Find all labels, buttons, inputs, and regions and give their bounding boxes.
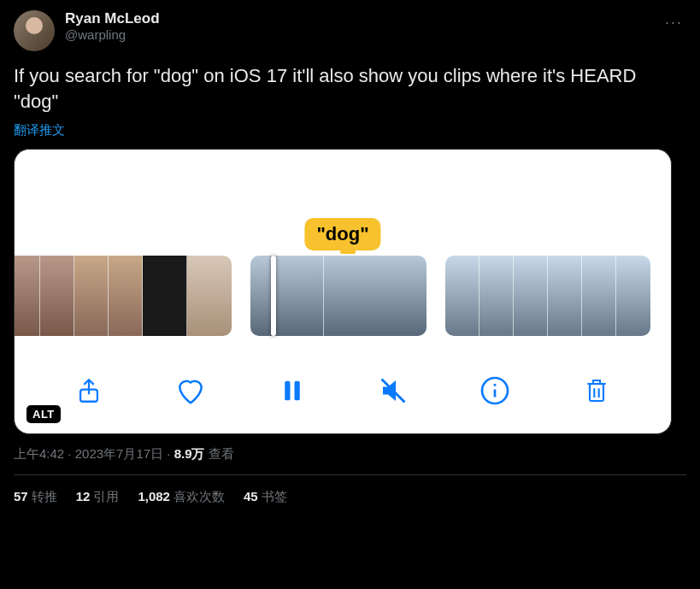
- tweet-time[interactable]: 上午4:42: [14, 446, 64, 461]
- translate-link[interactable]: 翻译推文: [14, 122, 65, 138]
- clip-3[interactable]: [445, 256, 650, 336]
- playhead[interactable]: [271, 256, 276, 336]
- likes-stat[interactable]: 1,082喜欢次数: [138, 489, 225, 505]
- bookmarks-stat[interactable]: 45书签: [244, 489, 287, 505]
- views-label: 查看: [205, 446, 234, 461]
- display-name: Ryan McLeod: [65, 10, 160, 27]
- search-tooltip: "dog": [304, 218, 380, 250]
- share-icon[interactable]: [70, 372, 108, 409]
- tweet-text: If you search for "dog" on iOS 17 it'll …: [14, 63, 646, 114]
- info-icon[interactable]: [476, 372, 514, 409]
- retweets-stat[interactable]: 57转推: [14, 489, 57, 505]
- svg-rect-2: [294, 381, 299, 401]
- svg-rect-7: [590, 384, 603, 401]
- pause-icon[interactable]: [274, 372, 311, 409]
- svg-rect-1: [285, 381, 290, 401]
- alt-badge[interactable]: ALT: [26, 405, 61, 423]
- media-card[interactable]: "dog": [14, 149, 672, 434]
- more-icon[interactable]: ···: [665, 14, 683, 32]
- video-timeline[interactable]: [14, 256, 672, 336]
- tweet-container: Ryan McLeod @warpling ··· If you search …: [0, 0, 700, 505]
- media-toolbar: [15, 372, 671, 409]
- handle: @warpling: [65, 27, 160, 42]
- tooltip-marker: [340, 249, 356, 254]
- mute-icon[interactable]: [374, 372, 412, 409]
- tweet-date[interactable]: 2023年7月17日: [75, 446, 163, 461]
- views-count: 8.9万: [174, 446, 205, 461]
- tweet-stats: 57转推 12引用 1,082喜欢次数 45书签: [14, 475, 686, 505]
- heart-icon[interactable]: [172, 372, 209, 409]
- clip-2[interactable]: [250, 256, 426, 336]
- trash-icon[interactable]: [578, 372, 615, 409]
- avatar[interactable]: [14, 10, 55, 51]
- tweet-header: Ryan McLeod @warpling: [14, 10, 686, 51]
- svg-point-6: [493, 384, 496, 386]
- clip-1[interactable]: [14, 256, 232, 336]
- author-names[interactable]: Ryan McLeod @warpling: [65, 10, 160, 42]
- quotes-stat[interactable]: 12引用: [76, 489, 120, 505]
- tweet-meta: 上午4:42 · 2023年7月17日 · 8.9万 查看: [14, 446, 686, 462]
